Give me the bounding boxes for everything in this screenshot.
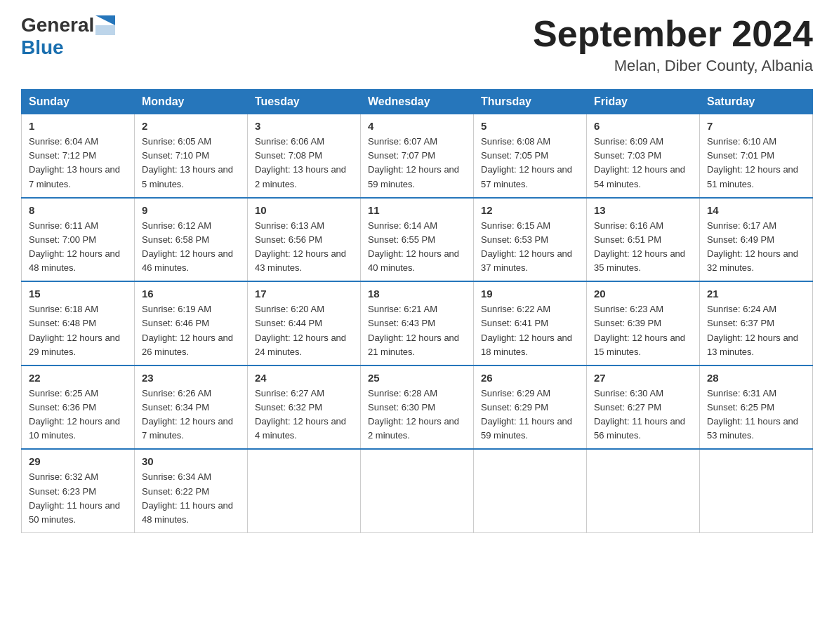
day-info: Sunrise: 6:13 AMSunset: 6:56 PMDaylight:… bbox=[255, 219, 353, 276]
day-info: Sunrise: 6:12 AMSunset: 6:58 PMDaylight:… bbox=[142, 219, 240, 276]
day-number: 17 bbox=[255, 288, 353, 300]
page-header: General Blue September 2024 Melan, Diber… bbox=[21, 14, 813, 75]
svg-marker-0 bbox=[95, 15, 115, 25]
calendar-header: SundayMondayTuesdayWednesdayThursdayFrid… bbox=[22, 90, 813, 114]
day-info: Sunrise: 6:28 AMSunset: 6:30 PMDaylight:… bbox=[368, 387, 466, 443]
day-info: Sunrise: 6:20 AMSunset: 6:44 PMDaylight:… bbox=[255, 302, 353, 359]
day-number: 30 bbox=[142, 455, 240, 467]
header-day-saturday: Saturday bbox=[700, 90, 813, 114]
svg-marker-1 bbox=[95, 25, 115, 35]
calendar-cell: 15Sunrise: 6:18 AMSunset: 6:48 PMDayligh… bbox=[22, 281, 135, 365]
month-title: September 2024 bbox=[533, 14, 813, 54]
day-number: 7 bbox=[707, 120, 805, 132]
logo-blue-text: Blue bbox=[21, 36, 64, 59]
week-row-4: 22Sunrise: 6:25 AMSunset: 6:36 PMDayligh… bbox=[22, 365, 813, 450]
day-info: Sunrise: 6:32 AMSunset: 6:23 PMDaylight:… bbox=[29, 470, 127, 527]
calendar-cell bbox=[700, 449, 813, 532]
calendar-cell: 30Sunrise: 6:34 AMSunset: 6:22 PMDayligh… bbox=[135, 449, 248, 532]
day-number: 21 bbox=[707, 288, 805, 300]
title-section: September 2024 Melan, Diber County, Alba… bbox=[533, 14, 813, 75]
day-info: Sunrise: 6:11 AMSunset: 7:00 PMDaylight:… bbox=[29, 219, 127, 276]
calendar-cell: 24Sunrise: 6:27 AMSunset: 6:32 PMDayligh… bbox=[248, 365, 361, 450]
day-info: Sunrise: 6:08 AMSunset: 7:05 PMDaylight:… bbox=[481, 135, 579, 192]
day-info: Sunrise: 6:25 AMSunset: 6:36 PMDaylight:… bbox=[29, 387, 127, 443]
day-number: 14 bbox=[707, 204, 805, 216]
calendar-cell: 8Sunrise: 6:11 AMSunset: 7:00 PMDaylight… bbox=[22, 198, 135, 282]
calendar-cell: 14Sunrise: 6:17 AMSunset: 6:49 PMDayligh… bbox=[700, 198, 813, 282]
calendar-cell: 10Sunrise: 6:13 AMSunset: 6:56 PMDayligh… bbox=[248, 198, 361, 282]
day-info: Sunrise: 6:23 AMSunset: 6:39 PMDaylight:… bbox=[594, 302, 692, 359]
logo: General Blue bbox=[21, 14, 115, 59]
day-number: 15 bbox=[29, 288, 127, 300]
calendar-cell: 25Sunrise: 6:28 AMSunset: 6:30 PMDayligh… bbox=[361, 365, 474, 450]
calendar-cell: 7Sunrise: 6:10 AMSunset: 7:01 PMDaylight… bbox=[700, 114, 813, 198]
day-number: 24 bbox=[255, 372, 353, 384]
calendar-body: 1Sunrise: 6:04 AMSunset: 7:12 PMDaylight… bbox=[22, 114, 813, 533]
day-info: Sunrise: 6:04 AMSunset: 7:12 PMDaylight:… bbox=[29, 135, 127, 192]
day-info: Sunrise: 6:14 AMSunset: 6:55 PMDaylight:… bbox=[368, 219, 466, 276]
calendar-cell bbox=[361, 449, 474, 532]
calendar-cell: 17Sunrise: 6:20 AMSunset: 6:44 PMDayligh… bbox=[248, 281, 361, 365]
calendar-cell: 28Sunrise: 6:31 AMSunset: 6:25 PMDayligh… bbox=[700, 365, 813, 450]
day-number: 8 bbox=[29, 204, 127, 216]
day-number: 28 bbox=[707, 372, 805, 384]
week-row-5: 29Sunrise: 6:32 AMSunset: 6:23 PMDayligh… bbox=[22, 449, 813, 532]
header-day-thursday: Thursday bbox=[474, 90, 587, 114]
day-info: Sunrise: 6:31 AMSunset: 6:25 PMDaylight:… bbox=[707, 387, 805, 443]
calendar-cell bbox=[248, 449, 361, 532]
location-title: Melan, Diber County, Albania bbox=[533, 57, 813, 75]
header-day-monday: Monday bbox=[135, 90, 248, 114]
calendar-cell: 27Sunrise: 6:30 AMSunset: 6:27 PMDayligh… bbox=[587, 365, 700, 450]
day-info: Sunrise: 6:29 AMSunset: 6:29 PMDaylight:… bbox=[481, 387, 579, 443]
calendar-cell: 21Sunrise: 6:24 AMSunset: 6:37 PMDayligh… bbox=[700, 281, 813, 365]
day-number: 26 bbox=[481, 372, 579, 384]
header-day-sunday: Sunday bbox=[22, 90, 135, 114]
day-info: Sunrise: 6:24 AMSunset: 6:37 PMDaylight:… bbox=[707, 302, 805, 359]
calendar-cell: 19Sunrise: 6:22 AMSunset: 6:41 PMDayligh… bbox=[474, 281, 587, 365]
day-number: 22 bbox=[29, 372, 127, 384]
day-number: 12 bbox=[481, 204, 579, 216]
day-info: Sunrise: 6:34 AMSunset: 6:22 PMDaylight:… bbox=[142, 470, 240, 527]
header-row: SundayMondayTuesdayWednesdayThursdayFrid… bbox=[22, 90, 813, 114]
week-row-2: 8Sunrise: 6:11 AMSunset: 7:00 PMDaylight… bbox=[22, 198, 813, 282]
week-row-1: 1Sunrise: 6:04 AMSunset: 7:12 PMDaylight… bbox=[22, 114, 813, 198]
logo-icon bbox=[95, 15, 115, 35]
calendar-cell: 3Sunrise: 6:06 AMSunset: 7:08 PMDaylight… bbox=[248, 114, 361, 198]
header-day-tuesday: Tuesday bbox=[248, 90, 361, 114]
day-number: 27 bbox=[594, 372, 692, 384]
calendar-cell: 29Sunrise: 6:32 AMSunset: 6:23 PMDayligh… bbox=[22, 449, 135, 532]
day-info: Sunrise: 6:30 AMSunset: 6:27 PMDaylight:… bbox=[594, 387, 692, 443]
day-info: Sunrise: 6:15 AMSunset: 6:53 PMDaylight:… bbox=[481, 219, 579, 276]
day-number: 2 bbox=[142, 120, 240, 132]
day-info: Sunrise: 6:07 AMSunset: 7:07 PMDaylight:… bbox=[368, 135, 466, 192]
day-number: 29 bbox=[29, 455, 127, 467]
day-number: 5 bbox=[481, 120, 579, 132]
day-info: Sunrise: 6:17 AMSunset: 6:49 PMDaylight:… bbox=[707, 219, 805, 276]
day-number: 11 bbox=[368, 204, 466, 216]
calendar-cell: 11Sunrise: 6:14 AMSunset: 6:55 PMDayligh… bbox=[361, 198, 474, 282]
day-number: 6 bbox=[594, 120, 692, 132]
day-number: 10 bbox=[255, 204, 353, 216]
calendar-cell: 23Sunrise: 6:26 AMSunset: 6:34 PMDayligh… bbox=[135, 365, 248, 450]
day-info: Sunrise: 6:09 AMSunset: 7:03 PMDaylight:… bbox=[594, 135, 692, 192]
calendar-cell: 16Sunrise: 6:19 AMSunset: 6:46 PMDayligh… bbox=[135, 281, 248, 365]
day-info: Sunrise: 6:21 AMSunset: 6:43 PMDaylight:… bbox=[368, 302, 466, 359]
day-info: Sunrise: 6:27 AMSunset: 6:32 PMDaylight:… bbox=[255, 387, 353, 443]
calendar-cell: 13Sunrise: 6:16 AMSunset: 6:51 PMDayligh… bbox=[587, 198, 700, 282]
calendar-table: SundayMondayTuesdayWednesdayThursdayFrid… bbox=[21, 89, 813, 533]
calendar-cell: 20Sunrise: 6:23 AMSunset: 6:39 PMDayligh… bbox=[587, 281, 700, 365]
day-number: 19 bbox=[481, 288, 579, 300]
calendar-cell: 12Sunrise: 6:15 AMSunset: 6:53 PMDayligh… bbox=[474, 198, 587, 282]
day-number: 23 bbox=[142, 372, 240, 384]
header-day-wednesday: Wednesday bbox=[361, 90, 474, 114]
day-number: 18 bbox=[368, 288, 466, 300]
calendar-cell: 2Sunrise: 6:05 AMSunset: 7:10 PMDaylight… bbox=[135, 114, 248, 198]
day-info: Sunrise: 6:10 AMSunset: 7:01 PMDaylight:… bbox=[707, 135, 805, 192]
day-number: 25 bbox=[368, 372, 466, 384]
calendar-cell: 4Sunrise: 6:07 AMSunset: 7:07 PMDaylight… bbox=[361, 114, 474, 198]
calendar-cell: 22Sunrise: 6:25 AMSunset: 6:36 PMDayligh… bbox=[22, 365, 135, 450]
day-number: 13 bbox=[594, 204, 692, 216]
calendar-cell: 18Sunrise: 6:21 AMSunset: 6:43 PMDayligh… bbox=[361, 281, 474, 365]
calendar-cell: 26Sunrise: 6:29 AMSunset: 6:29 PMDayligh… bbox=[474, 365, 587, 450]
calendar-cell: 6Sunrise: 6:09 AMSunset: 7:03 PMDaylight… bbox=[587, 114, 700, 198]
